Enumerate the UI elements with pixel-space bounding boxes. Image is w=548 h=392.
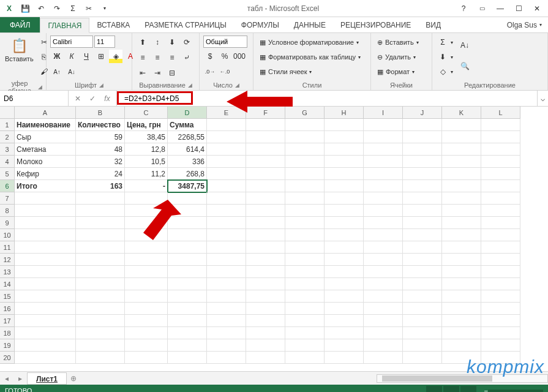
cell[interactable] (285, 315, 325, 327)
cell[interactable] (481, 290, 520, 303)
wrap-text-button[interactable]: ⤶ (180, 51, 193, 64)
cell[interactable] (481, 339, 520, 352)
cell[interactable] (168, 254, 207, 266)
cell[interactable] (442, 303, 481, 315)
close-icon[interactable]: ✕ (528, 2, 546, 15)
tab-page-layout[interactable]: РАЗМЕТКА СТРАНИЦЫ (137, 17, 234, 32)
ribbon-options-icon[interactable]: ▭ (473, 2, 490, 15)
file-tab[interactable]: ФАЙЛ (0, 17, 40, 32)
tab-review[interactable]: РЕЦЕНЗИРОВАНИЕ (333, 17, 418, 32)
cell[interactable] (364, 266, 403, 278)
cell[interactable] (207, 352, 246, 364)
sort-filter-button[interactable]: A↓ (458, 36, 471, 55)
cell[interactable] (285, 180, 325, 192)
cell[interactable] (442, 315, 481, 327)
cell[interactable] (15, 339, 76, 352)
cell[interactable] (246, 339, 285, 352)
cell[interactable] (76, 339, 125, 352)
cell[interactable] (76, 290, 125, 303)
cell[interactable]: Сыр (15, 131, 76, 143)
cell[interactable] (364, 192, 403, 205)
cell[interactable] (481, 254, 520, 266)
cell[interactable] (364, 241, 403, 254)
cell[interactable] (481, 131, 520, 143)
decrease-decimal-button[interactable]: ←.0 (218, 65, 231, 78)
merge-button[interactable]: ⊟ (165, 66, 179, 80)
undo-icon[interactable]: ↶ (34, 2, 48, 15)
view-normal-icon[interactable] (426, 386, 442, 392)
cell[interactable] (207, 192, 246, 205)
cell[interactable] (364, 303, 403, 315)
cell[interactable] (76, 217, 125, 229)
cell[interactable] (207, 168, 246, 180)
cell[interactable] (207, 266, 246, 278)
cell[interactable] (285, 205, 325, 217)
cell[interactable] (442, 278, 481, 290)
cell[interactable]: 614,4 (168, 143, 207, 156)
cell[interactable] (246, 229, 285, 241)
cell[interactable] (15, 205, 76, 217)
cell[interactable] (168, 327, 207, 339)
cell[interactable] (481, 205, 520, 217)
cell[interactable] (207, 278, 246, 290)
cell[interactable] (364, 143, 403, 156)
sum-icon[interactable]: Σ (66, 2, 80, 15)
cell[interactable] (325, 254, 364, 266)
cell[interactable] (403, 192, 442, 205)
cell[interactable] (403, 339, 442, 352)
cell[interactable] (285, 217, 325, 229)
cell[interactable] (481, 229, 520, 241)
cell[interactable] (285, 290, 325, 303)
cell[interactable] (364, 290, 403, 303)
cell[interactable] (285, 327, 325, 339)
cell[interactable] (246, 180, 285, 192)
cell[interactable] (442, 180, 481, 192)
cell[interactable]: Наименование (15, 119, 76, 131)
row-header[interactable]: 3 (0, 143, 15, 156)
cell[interactable] (246, 266, 285, 278)
cell[interactable]: 24 (76, 168, 125, 180)
redo-icon[interactable]: ↷ (50, 2, 64, 15)
cell[interactable] (325, 241, 364, 254)
tab-insert[interactable]: ВСТАВКА (89, 17, 137, 32)
cell[interactable] (168, 266, 207, 278)
cell[interactable] (325, 119, 364, 131)
cell[interactable] (325, 192, 364, 205)
cell[interactable] (442, 327, 481, 339)
align-bottom-button[interactable]: ⬇ (165, 36, 179, 49)
align-left-button[interactable]: ≡ (136, 51, 149, 64)
cell[interactable] (403, 217, 442, 229)
cell[interactable] (15, 254, 76, 266)
cell[interactable] (403, 278, 442, 290)
cell[interactable] (364, 315, 403, 327)
cell[interactable] (125, 303, 168, 315)
cell[interactable] (76, 315, 125, 327)
cell[interactable] (442, 192, 481, 205)
cell[interactable] (15, 217, 76, 229)
cell[interactable] (481, 168, 520, 180)
cell[interactable] (325, 229, 364, 241)
row-header[interactable]: 17 (0, 315, 15, 327)
cell[interactable] (125, 339, 168, 352)
format-as-table-button[interactable]: ▦Форматировать как таблицу▾ (257, 50, 363, 64)
cell[interactable] (125, 327, 168, 339)
row-header[interactable]: 4 (0, 156, 15, 168)
cell[interactable] (403, 168, 442, 180)
cell[interactable] (442, 339, 481, 352)
cell[interactable] (403, 119, 442, 131)
row-header[interactable]: 18 (0, 327, 15, 339)
cell[interactable] (364, 339, 403, 352)
cell[interactable] (403, 131, 442, 143)
cell[interactable] (325, 156, 364, 168)
cell[interactable] (246, 205, 285, 217)
row-header[interactable]: 15 (0, 290, 15, 303)
cell[interactable] (325, 168, 364, 180)
align-center-button[interactable]: ≡ (151, 51, 164, 64)
user-account[interactable]: Olga Sus ▾ (501, 17, 548, 32)
cell[interactable] (15, 303, 76, 315)
font-dialog-icon[interactable]: ◢ (99, 82, 103, 88)
qat-more-icon[interactable]: ▾ (98, 2, 111, 15)
cell[interactable] (246, 217, 285, 229)
cell[interactable] (403, 143, 442, 156)
fill-color-button[interactable]: ◈ (109, 50, 122, 63)
